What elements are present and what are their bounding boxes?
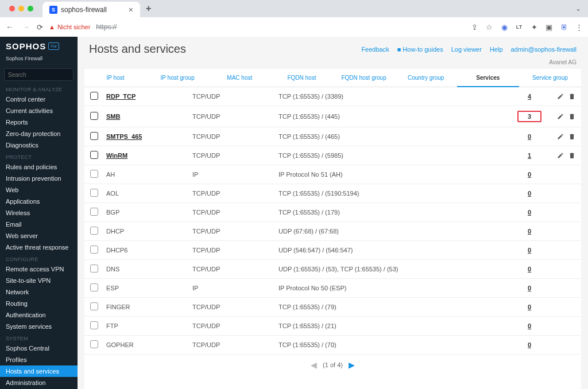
usage-count[interactable]: 0 [528,190,531,197]
minimize-window-icon[interactable] [18,6,24,11]
back-button[interactable]: ← [5,22,15,32]
service-name[interactable]: GOPHER [106,341,192,348]
sidebar-item-control-center[interactable]: Control center [0,94,78,105]
browser-tab[interactable]: S sophos-firewall × [42,2,140,18]
forward-button[interactable]: → [21,22,31,32]
sidebar-item-diagnostics[interactable]: Diagnostics [0,139,78,151]
row-checkbox[interactable] [90,92,106,101]
sidebar-item-wireless[interactable]: Wireless [0,207,78,219]
menu-icon[interactable]: ⋮ [574,22,583,32]
sidebar-item-profiles[interactable]: Profiles [0,354,78,365]
security-status[interactable]: ▲ Nicht sicher [49,24,90,30]
tab-ip-host[interactable]: IP host [84,69,146,87]
delete-icon[interactable] [568,113,575,120]
tab-mac-host[interactable]: MAC host [208,69,270,87]
sidebar-item-current-activities[interactable]: Current activities [0,105,78,116]
usage-count[interactable]: 0 [528,341,531,348]
howto-link[interactable]: ■How-to guides [397,46,443,53]
sidebar-item-web[interactable]: Web [0,184,78,196]
usage-count[interactable]: 0 [528,171,531,178]
sidebar-item-network[interactable]: Network [0,286,78,298]
row-checkbox[interactable] [90,189,106,198]
service-name[interactable]: FINGER [106,304,192,310]
row-checkbox[interactable] [90,112,106,121]
row-checkbox[interactable] [90,227,106,236]
service-name[interactable]: DHCP [106,228,192,235]
edit-icon[interactable] [557,152,564,159]
url-field[interactable]: https:// [96,23,464,31]
sidebar-item-hosts-and-services[interactable]: Hosts and services [0,365,78,377]
delete-icon[interactable] [568,93,575,100]
extension-icon[interactable]: ◉ [500,22,509,32]
sidebar-item-reports[interactable]: Reports [0,116,78,128]
service-name[interactable]: DNS [106,266,192,273]
service-name[interactable]: WinRM [106,152,192,159]
edit-icon[interactable] [557,133,564,140]
service-name[interactable]: DHCP6 [106,247,192,254]
service-name[interactable]: FTP [106,322,192,329]
service-name[interactable]: SMB [106,113,192,120]
service-name[interactable]: RDP_TCP [106,93,192,100]
tab-country-group[interactable]: Country group [395,69,457,87]
service-name[interactable]: AOL [106,190,192,197]
sidebar-item-system-services[interactable]: System services [0,321,78,332]
tab-ip-host-group[interactable]: IP host group [146,69,208,87]
usage-count[interactable]: 0 [528,228,531,235]
usage-count[interactable]: 4 [528,93,531,100]
usage-count[interactable]: 0 [528,247,531,254]
row-checkbox[interactable] [90,151,106,160]
sidebar-item-rules-and-policies[interactable]: Rules and policies [0,161,78,173]
sidebar-item-web-server[interactable]: Web server [0,230,78,242]
tab-close-icon[interactable]: × [129,5,133,14]
tab-fqdn-host-group[interactable]: FQDN host group [333,69,395,87]
sidebar-item-active-threat-response[interactable]: Active threat response [0,242,78,253]
row-checkbox[interactable] [90,283,106,293]
edit-icon[interactable] [557,93,564,100]
edit-icon[interactable] [557,113,564,120]
maximize-window-icon[interactable] [28,6,33,11]
next-page-button[interactable]: ▶ [349,360,355,369]
service-name[interactable]: AH [106,171,192,178]
service-name[interactable]: BGP [106,209,192,216]
chevron-down-icon[interactable]: ⌄ [575,5,588,13]
sidebar-item-administration[interactable]: Administration [0,377,78,388]
service-name[interactable]: ESP [106,285,192,291]
delete-icon[interactable] [568,152,575,159]
tab-services[interactable]: Services [457,69,519,87]
row-checkbox[interactable] [90,302,106,312]
service-name[interactable]: SMTPS_465 [106,133,192,140]
bookmark-icon[interactable]: ☆ [485,22,494,32]
prev-page-button[interactable]: ◀ [311,360,317,369]
close-window-icon[interactable] [9,6,15,11]
extension-icon[interactable]: LT [514,22,524,32]
usage-count[interactable]: 0 [528,133,531,140]
row-checkbox[interactable] [90,208,106,217]
new-tab-button[interactable]: + [140,3,157,14]
row-checkbox[interactable] [90,340,106,349]
puzzle-icon[interactable]: ✦ [529,22,539,32]
row-checkbox[interactable] [90,264,106,274]
usage-count[interactable]: 0 [528,304,531,310]
help-link[interactable]: Help [490,46,503,53]
sidebar-item-applications[interactable]: Applications [0,196,78,207]
row-checkbox[interactable] [90,321,106,330]
sidebar-item-authentication[interactable]: Authentication [0,309,78,321]
usage-count[interactable]: 0 [528,209,531,216]
row-checkbox[interactable] [90,132,106,141]
sidebar-item-routing[interactable]: Routing [0,298,78,309]
row-checkbox[interactable] [90,246,106,255]
sidebar-item-remote-access-vpn[interactable]: Remote access VPN [0,263,78,275]
sidebar-item-sophos-central[interactable]: Sophos Central [0,343,78,354]
sidebar-search[interactable]: ⌕ [4,68,74,81]
sidebar-item-zero-day-protection[interactable]: Zero-day protection [0,128,78,139]
usage-count[interactable]: 1 [528,152,531,159]
panel-icon[interactable]: ▣ [544,22,554,32]
usage-count[interactable]: 0 [528,285,531,291]
usage-count[interactable]: 3 [517,111,541,122]
user-menu[interactable]: admin@sophos-firewall [511,46,577,53]
usage-count[interactable]: 0 [528,266,531,273]
delete-icon[interactable] [568,133,575,140]
sidebar-item-email[interactable]: Email [0,219,78,230]
tab-service-group[interactable]: Service group [519,69,581,87]
shield-icon[interactable]: ⛨ [559,22,568,32]
